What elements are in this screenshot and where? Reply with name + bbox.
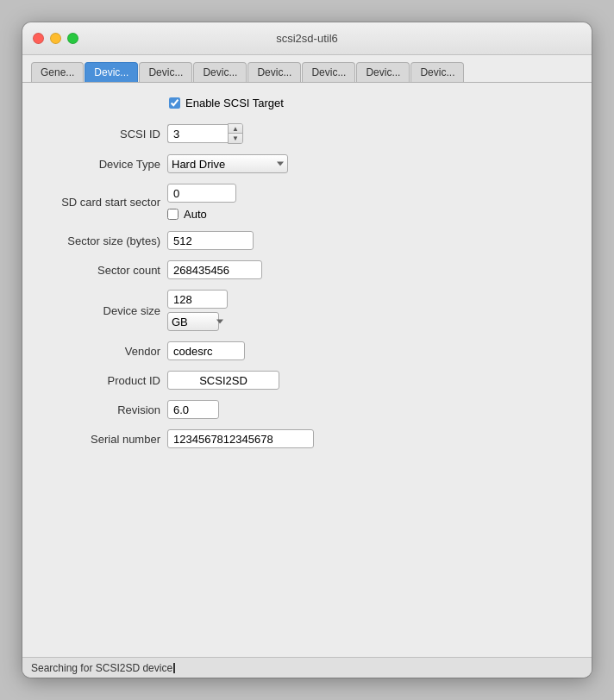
- auto-row: Auto: [167, 208, 236, 221]
- device-type-row: Device Type Hard Drive CD-ROM Optical Fl…: [40, 154, 574, 173]
- main-window: scsi2sd-util6 Gene... Devic... Devic... …: [22, 22, 592, 678]
- status-bar: Searching for SCSI2SD device: [22, 657, 592, 678]
- status-cursor: [173, 663, 175, 673]
- product-id-label: Product ID: [40, 374, 160, 387]
- vendor-row: Vendor: [40, 341, 574, 360]
- scsi-id-increment[interactable]: ▲: [229, 124, 242, 134]
- auto-checkbox[interactable]: [167, 209, 179, 220]
- tab-device1[interactable]: Devic...: [85, 62, 138, 82]
- tab-device4[interactable]: Devic...: [247, 62, 301, 82]
- sector-size-row: Sector size (bytes): [40, 231, 574, 250]
- scsi-id-decrement[interactable]: ▼: [229, 134, 242, 143]
- device-size-row: Device size MB GB TB: [40, 290, 574, 331]
- sector-count-row: Sector count: [40, 260, 574, 279]
- sector-count-input[interactable]: [167, 260, 262, 279]
- scsi-id-stepper-buttons: ▲ ▼: [228, 123, 243, 144]
- titlebar: scsi2sd-util6: [22, 22, 592, 55]
- serial-number-row: Serial number: [40, 429, 574, 448]
- vendor-input[interactable]: [167, 341, 245, 360]
- tab-device6[interactable]: Devic...: [356, 62, 410, 82]
- minimize-button[interactable]: [50, 33, 61, 44]
- window-title: scsi2sd-util6: [276, 32, 338, 45]
- vendor-label: Vendor: [40, 345, 160, 358]
- revision-row: Revision: [40, 400, 574, 419]
- scsi-id-stepper: ▲ ▼: [167, 123, 243, 144]
- tab-general[interactable]: Gene...: [31, 62, 84, 82]
- scsi-id-label: SCSI ID: [40, 128, 160, 141]
- revision-label: Revision: [40, 403, 160, 416]
- tab-device7[interactable]: Devic...: [410, 62, 464, 82]
- sd-start-input[interactable]: [167, 184, 236, 203]
- status-text: Searching for SCSI2SD device: [31, 662, 172, 674]
- device-type-select-wrapper: Hard Drive CD-ROM Optical Floppy Tape Re…: [167, 154, 288, 173]
- revision-input[interactable]: [167, 400, 219, 419]
- form-section: Enable SCSI Target SCSI ID ▲ ▼ Device Ty…: [40, 97, 574, 448]
- tab-device5[interactable]: Devic...: [302, 62, 355, 82]
- enable-scsi-checkbox[interactable]: [169, 97, 180, 109]
- sd-start-label: SD card start sector: [40, 196, 160, 209]
- device-size-label: Device size: [40, 304, 160, 317]
- sector-size-label: Sector size (bytes): [40, 234, 160, 247]
- device-type-select[interactable]: Hard Drive CD-ROM Optical Floppy Tape Re…: [167, 154, 288, 173]
- serial-number-input[interactable]: [167, 429, 314, 448]
- main-content: Enable SCSI Target SCSI ID ▲ ▼ Device Ty…: [22, 82, 592, 657]
- serial-number-label: Serial number: [40, 433, 160, 446]
- sector-size-input[interactable]: [167, 231, 254, 250]
- tabbar: Gene... Devic... Devic... Devic... Devic…: [22, 55, 592, 82]
- device-type-label: Device Type: [40, 158, 160, 171]
- device-size-input[interactable]: [167, 290, 228, 309]
- product-id-row: Product ID: [40, 371, 574, 390]
- tab-device3[interactable]: Devic...: [193, 62, 247, 82]
- device-size-unit-wrapper: MB GB TB: [167, 312, 228, 331]
- scsi-id-row: SCSI ID ▲ ▼: [40, 123, 574, 144]
- scsi-id-input[interactable]: [167, 124, 228, 143]
- auto-label[interactable]: Auto: [184, 208, 207, 221]
- maximize-button[interactable]: [67, 33, 78, 44]
- sd-start-row: SD card start sector Auto: [40, 184, 574, 221]
- tab-device2[interactable]: Devic...: [139, 62, 192, 82]
- titlebar-buttons: [33, 33, 78, 44]
- enable-scsi-row: Enable SCSI Target: [169, 97, 574, 109]
- close-button[interactable]: [33, 33, 44, 44]
- sector-count-label: Sector count: [40, 264, 160, 277]
- enable-scsi-label[interactable]: Enable SCSI Target: [185, 97, 284, 109]
- device-size-unit-select[interactable]: MB GB TB: [167, 312, 219, 331]
- product-id-input[interactable]: [167, 371, 279, 390]
